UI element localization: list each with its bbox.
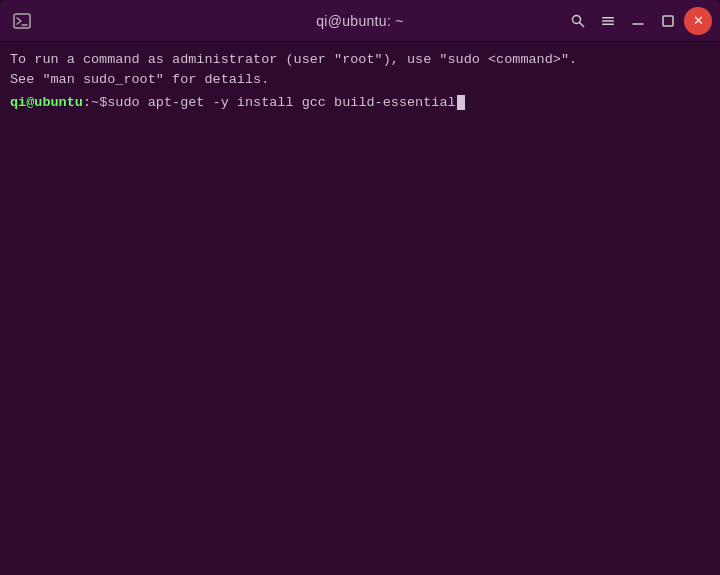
maximize-button[interactable] [654,7,682,35]
prompt-command: sudo apt-get -y install gcc build-essent… [107,93,455,113]
close-button[interactable]: ✕ [684,7,712,35]
prompt-separator: :~ [83,93,99,113]
terminal-cursor [457,95,465,110]
svg-rect-8 [663,16,673,26]
info-text-line1: To run a command as administrator (user … [10,50,710,70]
info-text-line2: See "man sudo_root" for details. [10,70,710,90]
prompt-line: qi@ubuntu:~$ sudo apt-get -y install gcc… [10,93,710,113]
menu-button[interactable] [594,7,622,35]
search-button[interactable] [564,7,592,35]
svg-rect-6 [602,23,614,25]
title-bar-left [8,7,36,35]
terminal-icon [8,7,36,35]
prompt-user: qi@ubuntu [10,93,83,113]
svg-line-3 [580,22,584,26]
terminal-window: qi@ubuntu: ~ [0,0,720,575]
prompt-dollar: $ [99,93,107,113]
title-bar: qi@ubuntu: ~ [0,0,720,42]
window-title: qi@ubuntu: ~ [316,13,403,29]
svg-rect-5 [602,20,614,22]
svg-rect-4 [602,17,614,19]
minimize-button[interactable] [624,7,652,35]
svg-rect-0 [14,14,30,28]
title-bar-controls: ✕ [564,7,712,35]
terminal-body[interactable]: To run a command as administrator (user … [0,42,720,575]
